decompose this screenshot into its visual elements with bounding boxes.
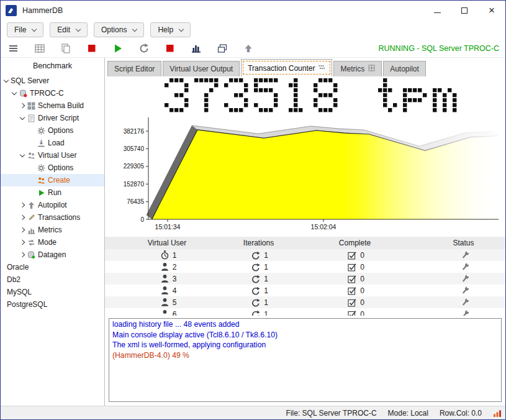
expander-down-icon[interactable] [20, 114, 25, 119]
transactions-icon [27, 214, 35, 222]
tree-item-mode[interactable]: Mode [1, 236, 104, 249]
vu-header-complete[interactable]: Complete [288, 239, 422, 247]
expander-down-icon[interactable] [12, 89, 17, 94]
expander-right-icon[interactable] [20, 252, 25, 257]
transaction-counter-button[interactable] [189, 42, 203, 55]
tree-item-mysql[interactable]: MySQL [1, 286, 104, 298]
tpm-value-display [165, 78, 458, 112]
minimize-button[interactable] [423, 1, 451, 21]
run-vu-button[interactable] [111, 42, 125, 55]
menu-help[interactable]: Help [150, 22, 191, 37]
tab-virtual-user-output[interactable]: Virtual User Output [163, 61, 240, 76]
tree-item-label: Load [48, 139, 65, 147]
iterations-cell-value: 1 [264, 251, 268, 260]
destroy-vu-button[interactable] [85, 42, 99, 55]
expander-right-icon[interactable] [20, 215, 25, 220]
vu-row-6[interactable]: 610 [105, 308, 505, 316]
tree-item-driver-script[interactable]: Driver Script [1, 112, 104, 124]
vu-row-4[interactable]: 410 [105, 285, 505, 296]
checkbox-icon [348, 310, 356, 316]
vu-row-2[interactable]: 210 [105, 261, 505, 273]
tree-item-sql-server[interactable]: SQL Server [1, 75, 104, 87]
copy-button[interactable] [59, 42, 73, 55]
tree-item-db2[interactable]: Db2 [1, 273, 104, 286]
expander-down-icon[interactable] [4, 77, 9, 82]
iterations-cell-value: 1 [264, 310, 268, 316]
tree-item-schema-build[interactable]: Schema Build [1, 99, 104, 112]
tree-item-options[interactable]: Options [1, 124, 104, 137]
status-cell [422, 298, 505, 307]
expander-down-icon[interactable] [20, 152, 25, 157]
log-line: (HammerDB-4.0) 49 % [112, 350, 498, 361]
vu-row-3[interactable]: 310 [105, 273, 505, 285]
tree-item-load[interactable]: Load [1, 137, 104, 149]
menu-edit-label: Edit [57, 25, 70, 34]
console-log[interactable]: loading history file ... 48 events added… [109, 318, 502, 402]
metrics-grid-icon [368, 65, 375, 73]
tpm-chart: 07643515287022930530574038217615:01:3415… [112, 114, 504, 235]
virtual-user-table: Virtual User Iterations Complete Status … [105, 237, 505, 316]
vu-header-iterations[interactable]: Iterations [229, 239, 288, 247]
menu-options[interactable]: Options [94, 22, 144, 37]
tree-item-label: Run [48, 188, 61, 197]
checkbox-icon [348, 286, 356, 295]
vu-id-cell: 1 [105, 250, 229, 260]
maximize-button[interactable] [451, 1, 478, 21]
tree-item-label: Datagen [38, 250, 66, 259]
menu-file-label: File [14, 25, 26, 34]
menu-toggle-button[interactable] [7, 42, 20, 55]
menu-edit[interactable]: Edit [50, 22, 88, 37]
expander-right-icon[interactable] [20, 240, 25, 245]
tree-item-postgresql[interactable]: PostgreSQL [1, 298, 104, 311]
tree-item-run[interactable]: Run [1, 186, 104, 199]
iterations-cell-value: 1 [264, 286, 268, 295]
tree-item-virtual-user[interactable]: Virtual User [1, 149, 104, 162]
status-cell [422, 250, 505, 260]
expander-right-icon[interactable] [20, 203, 25, 208]
refresh-icon [251, 310, 260, 316]
chevron-down-icon [32, 26, 37, 31]
table-view-button[interactable] [33, 42, 47, 55]
vu-id-cell-value: 5 [173, 298, 177, 307]
tab-transaction-counter[interactable]: Transaction Counter [241, 59, 332, 76]
restart-button[interactable] [137, 42, 151, 55]
svg-text:0: 0 [140, 216, 144, 223]
vu-header-status[interactable]: Status [422, 239, 505, 247]
run-status-text: RUNNING - SQL Server TPROC-C [379, 44, 499, 53]
users-orange-icon [37, 176, 45, 185]
database-icon [19, 89, 27, 98]
tree-item-datagen[interactable]: Datagen [1, 249, 104, 261]
checkbox-icon [348, 263, 356, 272]
expander-right-icon[interactable] [20, 227, 25, 232]
vu-id-cell: 3 [105, 274, 229, 283]
complete-cell-value: 0 [360, 275, 364, 283]
hammerdb-logo-icon [6, 5, 17, 16]
tree-item-label: Virtual User [38, 151, 76, 160]
vu-table-rows: 110210310410510610 [105, 249, 505, 316]
tab-script-editor[interactable]: Script Editor [107, 61, 161, 76]
autopilot-button[interactable] [242, 42, 255, 55]
chevron-down-icon [179, 26, 184, 31]
vu-id-cell: 6 [105, 309, 229, 316]
menu-file[interactable]: File [7, 22, 43, 37]
complete-cell: 0 [288, 263, 422, 272]
tree-item-transactions[interactable]: Transactions [1, 211, 104, 224]
tree-item-metrics[interactable]: Metrics [1, 224, 104, 236]
tree-item-autopilot[interactable]: Autopilot [1, 199, 104, 211]
tab-autopilot[interactable]: Autopilot [383, 61, 426, 76]
vu-row-5[interactable]: 510 [105, 296, 505, 308]
refresh-icon [251, 275, 260, 283]
svg-text:229305: 229305 [124, 163, 145, 170]
vu-header-virtual-user[interactable]: Virtual User [105, 239, 229, 247]
vu-row-1[interactable]: 110 [105, 249, 505, 261]
close-button[interactable]: × [478, 1, 505, 21]
tree-item-oracle[interactable]: Oracle [1, 261, 104, 273]
expander-right-icon[interactable] [20, 103, 25, 108]
tree-item-options[interactable]: Options [1, 162, 104, 174]
tree-item-tproc-c[interactable]: TPROC-C [1, 87, 104, 99]
tab-metrics[interactable]: Metrics [333, 61, 382, 76]
cascade-windows-button[interactable] [215, 42, 229, 55]
stop-counter-button[interactable] [163, 42, 177, 55]
tree-item-create[interactable]: Create [1, 174, 104, 186]
tree-item-label: Transactions [38, 213, 80, 222]
